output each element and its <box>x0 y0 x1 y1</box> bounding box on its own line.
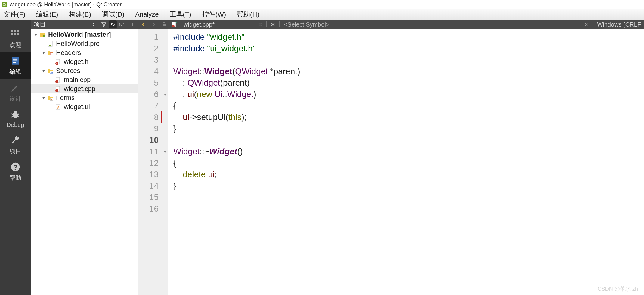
chevron-down-icon[interactable]: ▼ <box>41 68 46 73</box>
svg-rect-1 <box>14 30 16 32</box>
mode-welcome[interactable]: 欢迎 <box>0 25 31 52</box>
svg-text:+: + <box>123 22 124 25</box>
filter-icon[interactable] <box>100 20 108 28</box>
tree-widget-h[interactable]: h+ widget.h <box>31 57 138 66</box>
line-ending-label[interactable]: Windows (CRLF <box>597 21 641 28</box>
line-number[interactable]: 16 <box>138 203 159 215</box>
h-file-vcs-icon: h+ <box>55 58 61 65</box>
svg-text:+: + <box>60 86 61 88</box>
editor-toolbar: + widget.cpp* <Select Symbol> Windows (C… <box>138 20 644 29</box>
line-number[interactable]: 1 <box>138 31 159 43</box>
fold-marker[interactable]: ▾ <box>162 89 168 100</box>
mode-design[interactable]: 设计 <box>0 79 31 106</box>
app-icon: Qt <box>2 2 7 7</box>
nav-back-button[interactable] <box>138 20 149 29</box>
svg-text:h: h <box>56 63 57 65</box>
menu-debug[interactable]: 调试(D) <box>102 10 125 19</box>
svg-rect-22 <box>43 35 45 37</box>
window-title: widget.cpp @ HelloWorld [master] - Qt Cr… <box>10 2 122 8</box>
line-number[interactable]: 5 <box>138 77 159 89</box>
line-number[interactable]: 3 <box>138 54 159 66</box>
line-number[interactable]: 7 <box>138 100 159 111</box>
line-number[interactable]: 6 <box>138 89 159 100</box>
maximize-icon[interactable] <box>127 20 135 28</box>
menu-help[interactable]: 帮助(H) <box>237 10 259 19</box>
svg-rect-41 <box>163 24 166 26</box>
line-number[interactable]: 15 <box>138 192 159 203</box>
tree-pro-label: HelloWorld.pro <box>56 40 100 48</box>
line-number[interactable]: 11 <box>138 146 159 157</box>
tree-forms-folder[interactable]: ▼ Forms <box>31 93 138 102</box>
window-titlebar: Qt widget.cpp @ HelloWorld [master] - Qt… <box>0 0 644 9</box>
close-document-button[interactable] <box>268 20 278 29</box>
svg-rect-21 <box>129 23 133 26</box>
mode-projects[interactable]: 项目 <box>0 131 31 158</box>
mode-debug[interactable]: Debug <box>0 106 31 131</box>
nav-forward-button[interactable] <box>149 20 159 29</box>
side-panel-header: 项目 + <box>31 20 138 29</box>
line-number[interactable]: 12 <box>138 157 159 169</box>
fold-column[interactable]: ▾ ▾ <box>162 29 168 295</box>
svg-text:+: + <box>176 21 177 24</box>
cpp-file-vcs-icon: + <box>55 77 61 83</box>
line-number[interactable]: 9 <box>138 123 159 134</box>
menu-edit[interactable]: 编辑(E) <box>36 10 58 19</box>
tree-project-label: HelloWorld [master] <box>48 31 111 39</box>
project-side-panel: 项目 + ▼ HelloWorld [master] HelloWorld.pr… <box>31 20 138 295</box>
chevron-down-icon[interactable]: ▼ <box>41 50 46 55</box>
code-editor[interactable]: 1 2 3 4 5 6 7 8 9 10 11 12 13 14 15 16 ▾ <box>138 29 644 295</box>
line-number[interactable]: 13 <box>138 169 159 180</box>
svg-rect-0 <box>11 30 13 32</box>
svg-rect-9 <box>13 62 16 63</box>
menu-analyze[interactable]: Analyze <box>135 11 159 18</box>
line-number[interactable]: 2 <box>138 43 159 54</box>
svg-text:+: + <box>60 59 61 61</box>
tree-main-cpp[interactable]: + main.cpp <box>31 75 138 84</box>
menu-tools[interactable]: 工具(T) <box>170 10 191 19</box>
menu-bar: 文件(F) 编辑(E) 构建(B) 调试(D) Analyze 工具(T) 控件… <box>0 9 644 20</box>
project-tree[interactable]: ▼ HelloWorld [master] HelloWorld.pro ▼ h… <box>31 29 138 295</box>
code-area[interactable]: #include "widget.h" #include "ui_widget.… <box>168 29 644 295</box>
menu-widgets[interactable]: 控件(W) <box>202 10 226 19</box>
symbol-selector[interactable]: <Select Symbol> <box>281 21 584 28</box>
tree-headers-folder[interactable]: ▼ h Headers <box>31 48 138 57</box>
editor-filename[interactable]: widget.cpp* <box>179 21 219 28</box>
folder-h-icon: h <box>47 49 54 56</box>
pencil-icon <box>9 83 21 93</box>
mode-bar: 欢迎 编辑 设计 Debug 项目 ? 帮助 <box>0 20 31 295</box>
line-number-gutter[interactable]: 1 2 3 4 5 6 7 8 9 10 11 12 13 14 15 16 <box>138 29 162 295</box>
line-number[interactable]: 14 <box>138 180 159 192</box>
line-number[interactable]: 10 <box>138 134 159 146</box>
menu-build[interactable]: 构建(B) <box>69 10 91 19</box>
lock-icon[interactable] <box>159 20 169 29</box>
tree-pro-file[interactable]: HelloWorld.pro <box>31 39 138 48</box>
menu-file[interactable]: 文件(F) <box>4 10 25 19</box>
chevron-down-icon[interactable]: ▼ <box>33 32 39 37</box>
tree-widget-cpp-label: widget.cpp <box>64 85 95 93</box>
svg-rect-2 <box>17 30 19 32</box>
mode-edit[interactable]: 编辑 <box>0 52 31 79</box>
svg-line-15 <box>17 116 19 117</box>
document-icon <box>9 56 21 66</box>
chevron-down-icon[interactable]: ▼ <box>41 96 46 100</box>
link-icon[interactable] <box>109 20 117 28</box>
mode-help[interactable]: ? 帮助 <box>0 158 31 185</box>
dropdown-icon[interactable] <box>255 20 265 29</box>
mode-design-label: 设计 <box>9 95 21 103</box>
fold-marker[interactable]: ▾ <box>162 146 168 157</box>
separator <box>279 21 280 27</box>
svg-rect-24 <box>49 45 51 46</box>
add-split-icon[interactable]: + <box>118 20 126 28</box>
tree-widget-ui[interactable]: widget.ui <box>31 102 138 111</box>
dropdown-icon[interactable] <box>584 22 588 27</box>
svg-line-12 <box>11 114 13 115</box>
bug-icon <box>9 109 21 120</box>
tree-project-root[interactable]: ▼ HelloWorld [master] <box>31 30 138 39</box>
tree-sources-label: Sources <box>56 67 80 75</box>
tree-widget-cpp[interactable]: + widget.cpp <box>31 84 138 93</box>
line-number[interactable]: 8 <box>138 111 159 123</box>
modified-line-marker <box>161 111 162 123</box>
sort-icon[interactable] <box>91 20 99 28</box>
tree-sources-folder[interactable]: ▼ c++ Sources <box>31 66 138 75</box>
line-number[interactable]: 4 <box>138 66 159 77</box>
